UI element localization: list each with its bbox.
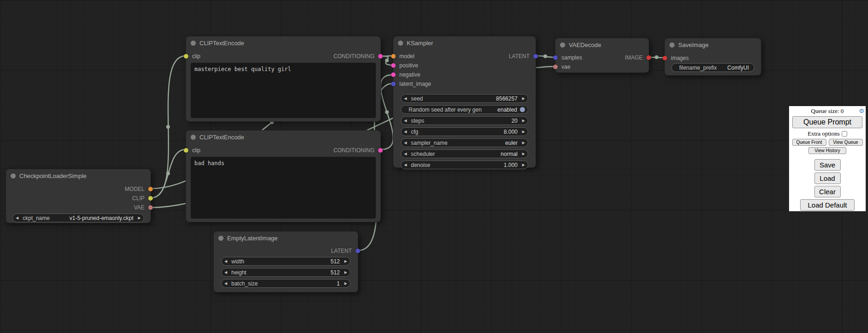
width-widget[interactable]: ◀ width 512 ▶ (221, 257, 350, 266)
decrement-arrow[interactable]: ◀ (404, 130, 409, 134)
widget-value[interactable]: v1-5-pruned-emaonly.ckpt (69, 215, 133, 221)
node-title-bar[interactable]: CLIPTextEncode (186, 36, 380, 50)
clear-button[interactable]: Clear (814, 186, 841, 197)
view-history-button[interactable]: View History (808, 147, 846, 154)
load-button[interactable]: Load (814, 172, 841, 184)
widget-value[interactable]: euler (505, 140, 518, 146)
link-clip-to-positive-encoder (151, 56, 186, 198)
seed-widget[interactable]: ◀ seed 8566257 ▶ (401, 94, 528, 103)
decrement-arrow[interactable]: ◀ (404, 119, 409, 123)
samples-input-dot[interactable] (553, 55, 558, 60)
queue-prompt-button[interactable]: Queue Prompt (792, 116, 862, 128)
increment-arrow[interactable]: ▶ (136, 216, 141, 220)
decrement-arrow[interactable]: ◀ (404, 152, 409, 156)
node-title-bar[interactable]: CheckpointLoaderSimple (6, 169, 151, 183)
increment-arrow[interactable]: ▶ (520, 152, 525, 156)
ckpt-name-widget[interactable]: ◀ ckpt_name v1-5-pruned-emaonly.ckpt ▶ (12, 214, 144, 222)
batch-size-widget[interactable]: ◀ batch_size 1 ▶ (221, 279, 350, 288)
node-collapse-dot[interactable] (560, 42, 565, 48)
node-ksampler[interactable]: KSampler model positive negative latent_… (393, 36, 536, 168)
node-empty-latent-image[interactable]: EmptyLatentImage LATENT ◀ width 512 ▶ ◀ … (213, 231, 358, 292)
scheduler-widget[interactable]: ◀ scheduler normal ▶ (401, 149, 528, 158)
image-output-dot[interactable] (646, 55, 651, 60)
random-seed-toggle[interactable] (520, 107, 525, 112)
decrement-arrow[interactable]: ◀ (224, 281, 229, 285)
clip-input-dot[interactable] (184, 148, 188, 153)
increment-arrow[interactable]: ▶ (520, 163, 525, 167)
random-seed-toggle-widget[interactable]: Random seed after every gen enabled (401, 105, 528, 114)
widget-value[interactable]: normal (500, 151, 518, 157)
negative-input-dot[interactable] (391, 72, 396, 77)
decrement-arrow[interactable]: ◀ (224, 259, 229, 263)
increment-arrow[interactable]: ▶ (342, 259, 347, 263)
increment-arrow[interactable]: ▶ (520, 141, 525, 145)
clip-output-dot[interactable] (148, 196, 153, 201)
denoise-widget[interactable]: ◀ denoise 1.000 ▶ (401, 161, 528, 169)
widget-value[interactable]: ComfyUI (727, 65, 749, 71)
input-row: latent_image (393, 79, 536, 89)
queue-front-button[interactable]: Queue Front (792, 139, 826, 146)
node-collapse-dot[interactable] (398, 41, 403, 46)
extra-options-checkbox[interactable] (842, 131, 847, 137)
node-clip-text-encode-negative[interactable]: CLIPTextEncode clip CONDITIONING bad han… (186, 130, 381, 222)
load-default-button[interactable]: Load Default (800, 199, 855, 211)
positive-input-dot[interactable] (391, 63, 396, 68)
steps-widget[interactable]: ◀ steps 20 ▶ (401, 116, 528, 125)
node-title-bar[interactable]: VAEDecode (555, 38, 649, 52)
model-output-dot[interactable] (148, 187, 153, 191)
vae-output-dot[interactable] (148, 205, 153, 210)
node-save-image[interactable]: SaveImage images filename_prefix ComfyUI (664, 38, 761, 76)
widget-value[interactable]: 1.000 (504, 162, 518, 168)
node-clip-text-encode-positive[interactable]: CLIPTextEncode clip CONDITIONING masterp… (186, 36, 381, 122)
widget-value[interactable]: 512 (331, 258, 340, 265)
decrement-arrow[interactable]: ◀ (404, 96, 409, 101)
widget-value[interactable]: 8566257 (496, 95, 518, 102)
link-midpoint-dot (543, 54, 547, 58)
node-collapse-dot[interactable] (191, 41, 196, 46)
decrement-arrow[interactable]: ◀ (404, 141, 409, 145)
node-title-bar[interactable]: CLIPTextEncode (186, 131, 380, 144)
increment-arrow[interactable]: ▶ (342, 281, 347, 285)
decrement-arrow[interactable]: ◀ (224, 270, 229, 274)
node-title-bar[interactable]: KSampler (393, 36, 536, 50)
widget-value[interactable]: 8.000 (504, 129, 518, 135)
conditioning-output-dot[interactable] (378, 54, 383, 59)
conditioning-output-dot[interactable] (378, 148, 383, 153)
node-title-bar[interactable]: SaveImage (665, 38, 761, 52)
widget-value[interactable]: 512 (331, 269, 340, 276)
view-queue-button[interactable]: View Queue (829, 139, 863, 146)
comfy-menu[interactable]: Queue size: 0 ⚙ Queue Prompt Extra optio… (789, 106, 866, 211)
positive-prompt-textarea[interactable]: masterpiece best quality girl (191, 63, 376, 118)
latent-output-dot[interactable] (533, 54, 538, 59)
link-midpoint-dot (166, 172, 170, 175)
decrement-arrow[interactable]: ◀ (16, 216, 21, 220)
node-collapse-dot[interactable] (191, 135, 196, 140)
latent-output-dot[interactable] (356, 249, 360, 253)
latent-image-input-dot[interactable] (391, 82, 396, 86)
widget-value[interactable]: 1 (337, 280, 340, 287)
negative-prompt-textarea[interactable]: bad hands (191, 157, 376, 219)
filename-prefix-widget[interactable]: filename_prefix ComfyUI (671, 63, 754, 72)
decrement-arrow[interactable]: ◀ (404, 163, 409, 167)
increment-arrow[interactable]: ▶ (520, 130, 525, 134)
images-input-dot[interactable] (663, 56, 667, 60)
node-collapse-dot[interactable] (218, 236, 223, 241)
output-slot-label: VAE (134, 203, 145, 212)
node-checkpoint-loader-simple[interactable]: CheckpointLoaderSimple MODEL CLIP VAE ◀ … (6, 169, 151, 223)
node-vae-decode[interactable]: VAEDecode samples IMAGE vae (555, 38, 649, 73)
increment-arrow[interactable]: ▶ (520, 119, 525, 123)
cfg-widget[interactable]: ◀ cfg 8.000 ▶ (401, 127, 528, 136)
node-collapse-dot[interactable] (11, 173, 16, 178)
widget-value[interactable]: 20 (512, 118, 518, 124)
height-widget[interactable]: ◀ height 512 ▶ (221, 268, 350, 277)
sampler-name-widget[interactable]: ◀ sampler_name euler ▶ (401, 138, 528, 147)
graph-canvas[interactable]: CheckpointLoaderSimple MODEL CLIP VAE ◀ … (0, 0, 868, 333)
vae-input-dot[interactable] (553, 65, 558, 69)
settings-gear-icon[interactable]: ⚙ (859, 107, 864, 114)
node-title-bar[interactable]: EmptyLatentImage (214, 232, 358, 245)
save-button[interactable]: Save (814, 159, 841, 171)
increment-arrow[interactable]: ▶ (342, 270, 347, 274)
clip-input-dot[interactable] (184, 54, 188, 59)
node-collapse-dot[interactable] (669, 42, 675, 48)
increment-arrow[interactable]: ▶ (520, 96, 525, 101)
